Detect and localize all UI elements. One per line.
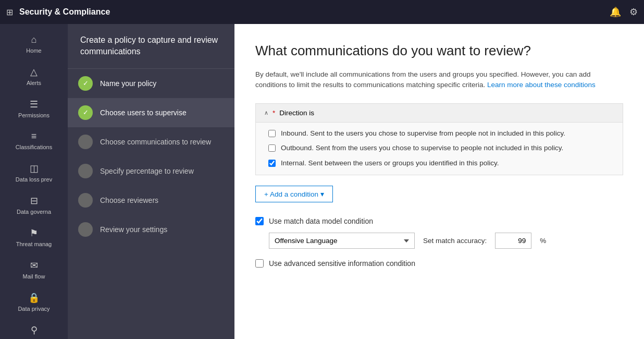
sidebar-item-threat[interactable]: ⚑ Threat manag bbox=[0, 221, 68, 253]
match-accuracy-label: Set match accuracy: bbox=[423, 237, 487, 245]
data-loss-icon: ◫ bbox=[30, 163, 39, 174]
sidebar-item-threat-label: Threat manag bbox=[16, 241, 52, 247]
step-label-settings: Review your settings bbox=[100, 225, 167, 234]
data-gov-icon: ⊟ bbox=[30, 195, 38, 207]
wizard-step-name[interactable]: ✓ Name your policy bbox=[68, 69, 234, 98]
match-model-label: Use match data model condition bbox=[269, 217, 373, 225]
match-section: Use match data model condition Offensive… bbox=[255, 217, 623, 249]
wizard-step-reviewers[interactable]: Choose reviewers bbox=[68, 186, 234, 215]
match-controls: Offensive Language Threat Harassment Adu… bbox=[269, 233, 623, 249]
step-circle-communications bbox=[78, 135, 93, 149]
sidebar-item-permissions-label: Permissions bbox=[18, 112, 49, 118]
sidebar-item-search[interactable]: ⚲ Search & inv bbox=[0, 318, 68, 339]
condition-header: ∧ * Direction is bbox=[256, 104, 623, 123]
sidebar-item-alerts-label: Alerts bbox=[27, 80, 41, 86]
wizard-steps: ✓ Name your policy ✓ Choose users to sup… bbox=[68, 69, 234, 244]
outbound-label: Outbound. Sent from the users you chose … bbox=[281, 143, 563, 153]
step-circle-users: ✓ bbox=[78, 105, 93, 120]
percent-sign: % bbox=[540, 237, 546, 245]
mail-flow-icon: ✉ bbox=[30, 260, 38, 271]
topbar: ⊞ Security & Compliance 🔔 ⚙ bbox=[0, 0, 644, 24]
advanced-checkbox[interactable] bbox=[255, 259, 264, 268]
wizard-header: Create a policy to capture and review co… bbox=[68, 24, 234, 69]
main-content: What communications do you want to revie… bbox=[234, 24, 644, 339]
step-circle-name: ✓ bbox=[78, 76, 93, 91]
option-row-outbound: Outbound. Sent from the users you chose … bbox=[268, 143, 610, 153]
wizard-sidebar: Create a policy to capture and review co… bbox=[68, 24, 234, 339]
wizard-step-settings[interactable]: Review your settings bbox=[68, 215, 234, 244]
chevron-up-icon[interactable]: ∧ bbox=[264, 110, 268, 116]
sidebar-item-permissions[interactable]: ☰ Permissions bbox=[0, 92, 68, 125]
step-circle-settings bbox=[78, 222, 93, 237]
main-layout: ⌂ Home △ Alerts ☰ Permissions ≡ Classifi… bbox=[0, 24, 644, 339]
advanced-row: Use advanced sensitive information condi… bbox=[255, 259, 623, 268]
match-model-checkbox[interactable] bbox=[255, 217, 264, 225]
grid-icon[interactable]: ⊞ bbox=[6, 7, 13, 17]
sidebar-item-data-priv[interactable]: 🔒 Data privacy bbox=[0, 286, 68, 318]
step-label-percentage: Specify percentage to review bbox=[100, 167, 194, 175]
classifications-icon: ≡ bbox=[31, 131, 37, 142]
outbound-checkbox[interactable] bbox=[268, 144, 276, 152]
inbound-checkbox[interactable] bbox=[268, 130, 276, 137]
sidebar-item-data-gov-label: Data governa bbox=[17, 209, 51, 215]
step-label-users: Choose users to supervise bbox=[100, 108, 187, 117]
option-row-inbound: Inbound. Sent to the users you chose to … bbox=[268, 129, 610, 139]
sidebar-item-data-loss-label: Data loss prev bbox=[16, 176, 52, 183]
direction-label: Direction is bbox=[279, 109, 314, 117]
topbar-actions: 🔔 ⚙ bbox=[610, 6, 638, 18]
direction-condition-block: ∧ * Direction is Inbound. Sent to the us… bbox=[255, 103, 623, 176]
internal-checkbox[interactable] bbox=[268, 160, 276, 167]
sidebar-item-alerts[interactable]: △ Alerts bbox=[0, 60, 68, 92]
sidebar-item-home-label: Home bbox=[26, 47, 41, 54]
gear-icon[interactable]: ⚙ bbox=[629, 6, 638, 18]
inbound-label: Inbound. Sent to the users you chose to … bbox=[281, 129, 565, 139]
step-label-reviewers: Choose reviewers bbox=[100, 196, 158, 204]
add-condition-button[interactable]: + Add a condition ▾ bbox=[255, 186, 333, 202]
alerts-icon: △ bbox=[30, 66, 38, 78]
match-model-row: Use match data model condition bbox=[255, 217, 623, 225]
sidebar-item-data-loss[interactable]: ◫ Data loss prev bbox=[0, 156, 68, 189]
bell-icon[interactable]: 🔔 bbox=[610, 6, 621, 18]
threat-icon: ⚑ bbox=[30, 227, 38, 239]
home-icon: ⌂ bbox=[31, 34, 37, 45]
option-row-internal: Internal. Sent between the users or grou… bbox=[268, 159, 610, 168]
sidebar-item-classifications[interactable]: ≡ Classifications bbox=[0, 125, 68, 156]
wizard-step-percentage[interactable]: Specify percentage to review bbox=[68, 156, 234, 186]
app-title: Security & Compliance bbox=[19, 7, 610, 17]
match-accuracy-input[interactable] bbox=[495, 233, 531, 249]
content-description: By default, we'll include all communicat… bbox=[255, 69, 623, 91]
page-title: What communications do you want to revie… bbox=[255, 43, 623, 59]
search-inv-icon: ⚲ bbox=[31, 324, 38, 336]
sidebar-item-classifications-label: Classifications bbox=[16, 144, 52, 150]
data-priv-icon: 🔒 bbox=[28, 292, 40, 304]
sidebar-item-data-gov[interactable]: ⊟ Data governa bbox=[0, 189, 68, 221]
learn-more-link[interactable]: Learn more about these conditions bbox=[487, 81, 596, 89]
step-label-communications: Choose communications to review bbox=[100, 138, 211, 146]
step-circle-percentage bbox=[78, 164, 93, 178]
step-label-name: Name your policy bbox=[100, 79, 156, 88]
match-model-dropdown[interactable]: Offensive Language Threat Harassment Adu… bbox=[269, 233, 415, 249]
nav-sidebar: ⌂ Home △ Alerts ☰ Permissions ≡ Classifi… bbox=[0, 24, 68, 339]
wizard-step-communications[interactable]: Choose communications to review bbox=[68, 127, 234, 156]
sidebar-item-home[interactable]: ⌂ Home bbox=[0, 28, 68, 60]
step-circle-reviewers bbox=[78, 193, 93, 208]
sidebar-item-mail-flow-label: Mail flow bbox=[23, 273, 45, 280]
internal-label: Internal. Sent between the users or grou… bbox=[281, 159, 499, 168]
sidebar-item-data-priv-label: Data privacy bbox=[18, 306, 49, 312]
sidebar-item-mail-flow[interactable]: ✉ Mail flow bbox=[0, 253, 68, 286]
required-marker: * bbox=[273, 109, 275, 117]
permissions-icon: ☰ bbox=[30, 99, 38, 110]
wizard-step-users[interactable]: ✓ Choose users to supervise bbox=[68, 98, 234, 127]
advanced-label: Use advanced sensitive information condi… bbox=[269, 259, 415, 268]
direction-options: Inbound. Sent to the users you chose to … bbox=[256, 123, 623, 175]
